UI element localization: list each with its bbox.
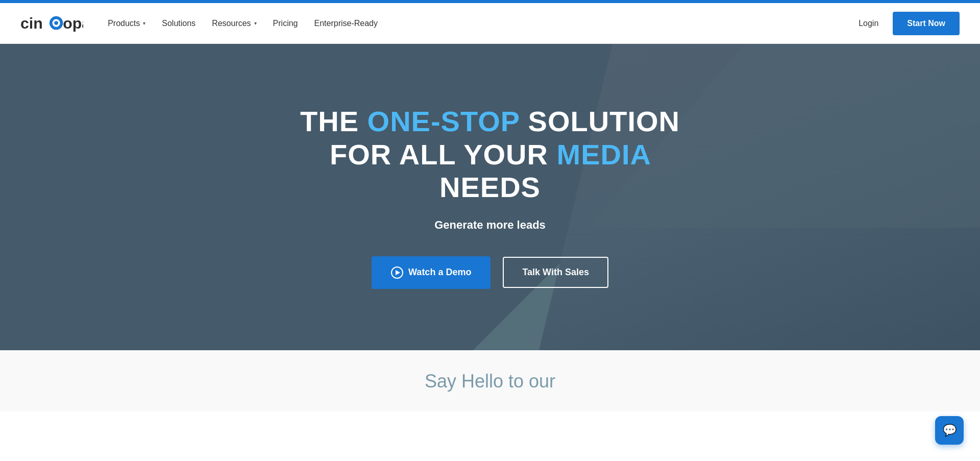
svg-point-3 [54,21,58,25]
login-button[interactable]: Login [852,15,885,32]
headline-line2-part1: FOR ALL YOUR [330,138,556,171]
navbar: cin opa Products ▾ Solutions Resources ▾ [0,3,980,44]
headline-highlight2: MEDIA [557,138,650,171]
nav-links: Products ▾ Solutions Resources ▾ Pricing… [102,15,384,32]
logo-svg: cin opa [20,14,83,33]
talk-with-sales-label: Talk With Sales [522,267,589,278]
products-chevron-icon: ▾ [143,20,145,26]
headline-part2: SOLUTION [520,105,680,137]
hero-subheadline: Generate more leads [281,219,699,232]
watch-demo-label: Watch a Demo [408,267,471,278]
nav-item-enterprise[interactable]: Enterprise-Ready [308,15,384,32]
resources-chevron-icon: ▾ [254,20,257,26]
svg-text:opa: opa [63,15,83,32]
navbar-left: cin opa Products ▾ Solutions Resources ▾ [20,14,384,33]
hero-buttons: Watch a Demo Talk With Sales [281,256,699,289]
svg-text:cin: cin [20,15,43,32]
hero-section: THE ONE-STOP SOLUTION FOR ALL YOUR MEDIA… [0,44,980,350]
hero-headline: THE ONE-STOP SOLUTION FOR ALL YOUR MEDIA… [281,105,699,204]
watch-demo-button[interactable]: Watch a Demo [372,256,491,289]
hero-content: THE ONE-STOP SOLUTION FOR ALL YOUR MEDIA… [260,75,720,319]
nav-item-pricing[interactable]: Pricing [267,15,304,32]
below-fold-section: Say Hello to our [0,350,980,411]
nav-item-products[interactable]: Products ▾ [102,15,152,32]
play-icon [391,266,403,279]
headline-part1: THE [300,105,368,137]
nav-item-resources[interactable]: Resources ▾ [206,15,262,32]
headline-highlight1: ONE-STOP [368,105,520,137]
start-now-button[interactable]: Start Now [893,12,960,35]
nav-item-solutions[interactable]: Solutions [156,15,202,32]
below-fold-text: Say Hello to our [425,371,555,392]
talk-with-sales-button[interactable]: Talk With Sales [503,257,608,288]
logo[interactable]: cin opa [20,14,83,33]
navbar-right: Login Start Now [852,12,960,35]
headline-line2-part2: NEEDS [439,171,541,203]
